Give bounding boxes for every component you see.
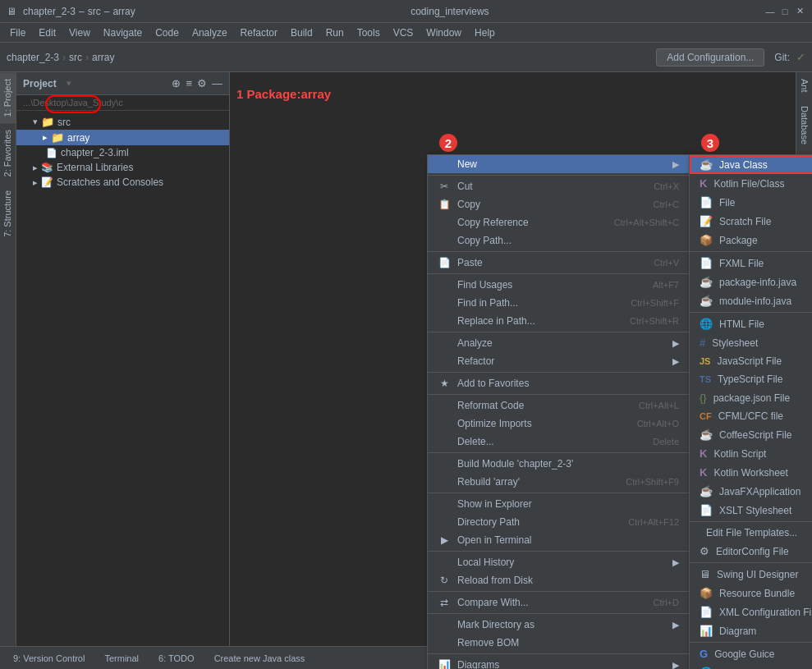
submenu-cfml[interactable]: CF CFML/CFC file <box>690 407 812 425</box>
settings-icon[interactable]: ⚙ <box>197 77 207 89</box>
menu-view[interactable]: View <box>62 25 97 40</box>
ctx-find-usages[interactable]: Find Usages Alt+F7 <box>428 276 689 294</box>
submenu-scratch[interactable]: 📝 Scratch File Ctrl+Alt+Shift+Insert <box>690 212 812 231</box>
submenu-html[interactable]: 🌐 HTML File <box>690 314 812 333</box>
ctx-copy-path[interactable]: Copy Path... <box>428 231 689 250</box>
sidebar-tab-project[interactable]: 1: Project <box>0 72 16 123</box>
submenu-xml-config[interactable]: 📄 XML Configuration File ▶ <box>690 603 812 621</box>
collapse-icon[interactable]: ≡ <box>186 77 192 89</box>
submenu-kotlin-script[interactable]: K Kotlin Script <box>690 444 812 463</box>
menu-vcs[interactable]: VCS <box>387 25 420 40</box>
ctx-replace-path[interactable]: Replace in Path... Ctrl+Shift+R <box>428 312 689 330</box>
status-todo[interactable]: 6: TODO <box>152 652 201 665</box>
submenu-kotlin-file[interactable]: K Kotlin File/Class <box>690 174 812 193</box>
submenu-swing[interactable]: 🖥 Swing UI Designer ▶ <box>690 565 812 584</box>
ctx-diagrams[interactable]: 📊 Diagrams ▶ <box>428 656 689 669</box>
ctx-remove-bom[interactable]: Remove BOM <box>428 634 689 652</box>
ctx-analyze-label: Analyze <box>457 337 493 349</box>
ctx-mark-dir[interactable]: Mark Directory as ▶ <box>428 616 689 634</box>
menu-refactor[interactable]: Refactor <box>234 25 284 40</box>
ctx-rebuild[interactable]: Rebuild 'array' Ctrl+Shift+F9 <box>428 473 689 491</box>
ctx-find-path[interactable]: Find in Path... Ctrl+Shift+F <box>428 294 689 312</box>
ctx-reload[interactable]: ↻ Reload from Disk <box>428 571 689 589</box>
menu-tools[interactable]: Tools <box>351 25 387 40</box>
ctx-dir-path[interactable]: Directory Path Ctrl+Alt+F12 <box>428 513 689 531</box>
close-button[interactable]: ✕ <box>794 6 805 17</box>
close-panel-icon[interactable]: — <box>212 77 222 89</box>
menu-window[interactable]: Window <box>420 25 468 40</box>
submenu-google-guice[interactable]: G Google Guice <box>690 644 812 663</box>
ctx-add-favorites[interactable]: ★ Add to Favorites <box>428 374 689 392</box>
submenu-module-info[interactable]: ☕ module-info.java <box>690 291 812 310</box>
status-version-control[interactable]: 9: Version Control <box>7 652 91 665</box>
status-terminal[interactable]: Terminal <box>98 652 145 665</box>
submenu-fxml-label: FXML File <box>719 258 764 269</box>
right-tab-database[interactable]: Database <box>796 99 812 151</box>
submenu-fxml[interactable]: 📄 FXML File <box>690 254 812 273</box>
right-tab-ant[interactable]: Ant <box>796 72 812 99</box>
panel-icons: ⊕ ≡ ⚙ — <box>172 77 222 89</box>
ctx-delete[interactable]: Delete... Delete <box>428 433 689 451</box>
sep-3 <box>428 273 689 274</box>
ctx-reformat[interactable]: Reformat Code Ctrl+Alt+L <box>428 396 689 415</box>
submenu-diagram[interactable]: 📊 Diagram ▶ <box>690 621 812 640</box>
submenu-edit-templates-label: Edit File Templates... <box>706 527 797 538</box>
ctx-replace-path-label: Replace in Path... <box>457 315 535 327</box>
ctx-local-history[interactable]: Local History ▶ <box>428 553 689 571</box>
ctx-terminal[interactable]: ▶ Open in Terminal <box>428 531 689 549</box>
menu-help[interactable]: Help <box>468 25 502 40</box>
ctx-optimize[interactable]: Optimize Imports Ctrl+Alt+O <box>428 415 689 433</box>
tree-item-ext-libs[interactable]: ▸ 📚 External Libraries <box>16 160 229 175</box>
sync-icon[interactable]: ⊕ <box>172 77 181 89</box>
submenu-ts[interactable]: TS TypeScript File <box>690 370 812 388</box>
tree-item-iml[interactable]: 📄 chapter_2-3.iml <box>16 145 229 160</box>
menu-build[interactable]: Build <box>284 25 319 40</box>
submenu-java-class[interactable]: ☕ Java Class <box>690 155 812 174</box>
ctx-compare[interactable]: ⇄ Compare With... Ctrl+D <box>428 593 689 612</box>
kotlin-worksheet-icon: K <box>700 466 707 479</box>
submenu-package[interactable]: 📦 Package <box>690 231 812 250</box>
submenu-http[interactable]: 🌐 HTTP Request <box>690 663 812 669</box>
ctx-copy-reference[interactable]: Copy Reference Ctrl+Alt+Shift+C <box>428 213 689 231</box>
ctx-cut[interactable]: ✂ Cut Ctrl+X <box>428 177 689 195</box>
submenu-pkg-json[interactable]: {} package.json File <box>690 388 812 407</box>
submenu-css[interactable]: # Stylesheet <box>690 333 812 352</box>
add-configuration-button[interactable]: Add Configuration... <box>656 48 764 66</box>
submenu-sep-4 <box>690 562 812 563</box>
minimize-button[interactable]: — <box>764 6 776 17</box>
ctx-analyze[interactable]: Analyze ▶ <box>428 334 689 352</box>
submenu-js[interactable]: JS JavaScript File <box>690 352 812 370</box>
submenu-javafx[interactable]: ☕ JavaFXApplication <box>690 482 812 501</box>
submenu-resource[interactable]: 📦 Resource Bundle <box>690 584 812 603</box>
ctx-delete-label: Delete... <box>457 436 494 447</box>
submenu-edit-templates[interactable]: Edit File Templates... <box>690 524 812 542</box>
ctx-show-explorer[interactable]: Show in Explorer <box>428 495 689 513</box>
sidebar-tab-structure[interactable]: 7: Structure <box>0 184 16 244</box>
submenu-coffee[interactable]: ☕ CoffeeScript File <box>690 425 812 444</box>
ctx-paste[interactable]: 📄 Paste Ctrl+V <box>428 254 689 272</box>
submenu-css-label: Stylesheet <box>712 337 758 349</box>
submenu-xslt[interactable]: 📄 XSLT Stylesheet <box>690 501 812 520</box>
ctx-build-module[interactable]: Build Module 'chapter_2-3' <box>428 455 689 473</box>
app-title: coding_interviews <box>135 6 764 17</box>
menu-edit[interactable]: Edit <box>32 25 62 40</box>
chevron-src: ▾ <box>33 117 38 127</box>
submenu-editorconfig[interactable]: ⚙ EditorConfig File <box>690 542 812 561</box>
maximize-button[interactable]: □ <box>779 6 791 17</box>
menu-navigate[interactable]: Navigate <box>97 25 149 40</box>
tree-item-array[interactable]: ▸ 📁 array <box>16 130 229 145</box>
submenu-pkg-info[interactable]: ☕ package-info.java <box>690 273 812 291</box>
menu-analyze[interactable]: Analyze <box>186 25 234 40</box>
ctx-copy[interactable]: 📋 Copy Ctrl+C <box>428 195 689 213</box>
sidebar-tab-favorites[interactable]: 2: Favorites <box>0 123 16 183</box>
submenu-kotlin-worksheet[interactable]: K Kotlin Worksheet <box>690 463 812 482</box>
menu-code[interactable]: Code <box>149 25 186 40</box>
window-controls[interactable]: — □ ✕ <box>764 6 805 17</box>
submenu-file[interactable]: 📄 File <box>690 193 812 212</box>
tree-item-scratches[interactable]: ▸ 📝 Scratches and Consoles <box>16 175 229 190</box>
menu-file[interactable]: File <box>3 25 32 40</box>
tree-item-src[interactable]: ▾ 📁 src <box>16 114 229 130</box>
ctx-new[interactable]: New ▶ <box>428 155 689 173</box>
ctx-refactor[interactable]: Refactor ▶ <box>428 352 689 370</box>
menu-run[interactable]: Run <box>319 25 351 40</box>
